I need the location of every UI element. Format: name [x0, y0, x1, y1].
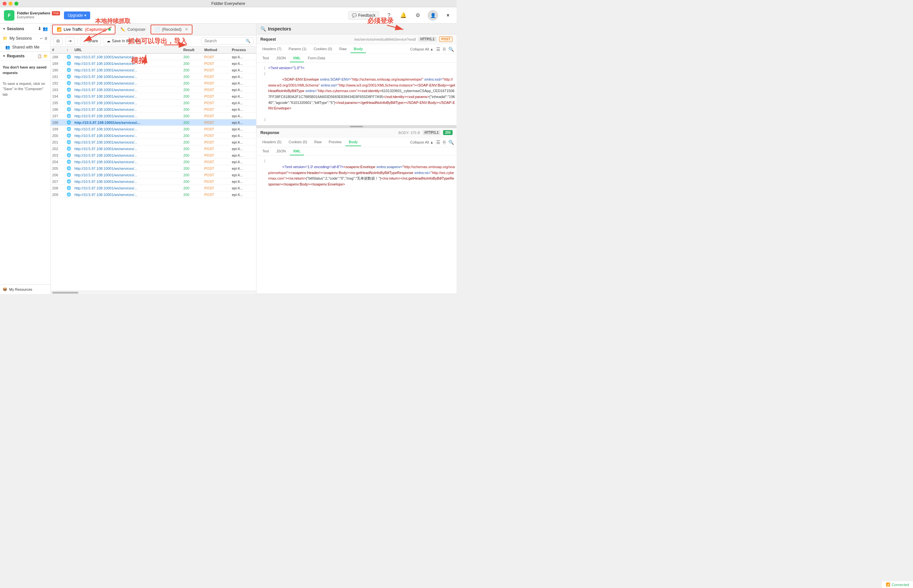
tab-req-json[interactable]: JSON	[273, 54, 289, 62]
request-search-icon[interactable]: 🔍	[448, 47, 454, 52]
tab-request-params[interactable]: Params (1)	[285, 45, 309, 53]
table-row[interactable]: 192 🌐 http://10.5.97.108:10001/ws/servic…	[51, 80, 256, 87]
table-body: 188 🌐 http://10.5.97.108:10001/ws/servic…	[51, 54, 256, 291]
sessions-people-icon[interactable]: 👥	[43, 26, 48, 31]
row-icon: 🌐	[66, 186, 73, 190]
table-row[interactable]: 200 🌐 http://10.5.97.108:10001/ws/servic…	[51, 132, 256, 139]
table-row[interactable]: 199 🌐 http://10.5.97.108:10001/ws/servic…	[51, 126, 256, 132]
row-status: 200	[183, 186, 203, 190]
table-row[interactable]: 191 🌐 http://10.5.97.108:10001/ws/servic…	[51, 73, 256, 80]
tab-req-formdata[interactable]: Form-Data	[305, 54, 329, 62]
table-row[interactable]: 204 🌐 http://10.5.97.108:10001/ws/servic…	[51, 158, 256, 165]
row-url: http://10.5.97.108:10001/ws/services/...	[74, 61, 182, 66]
table-row[interactable]: 207 🌐 http://10.5.97.108:10001/ws/servic…	[51, 178, 256, 185]
requests-actions: 📋 📁	[37, 54, 48, 58]
tab-req-xml[interactable]: XML	[290, 54, 304, 62]
notifications-button[interactable]: 🔔	[399, 11, 408, 20]
response-menu-icon[interactable]: ☰	[436, 140, 440, 145]
row-process: epi:4...	[232, 55, 255, 59]
sidebar-item-my-sessions[interactable]: 📁 My Sessions ↩ 🗑	[0, 34, 50, 43]
tab-resp-json[interactable]: JSON	[273, 147, 289, 155]
tab-response-cookies[interactable]: Cookies (0)	[285, 138, 310, 146]
filter-button[interactable]: ⊟	[53, 37, 63, 45]
request-copy-icon[interactable]: ⎘	[443, 47, 446, 52]
table-row[interactable]: 208 🌐 http://10.5.97.108:10001/ws/servic…	[51, 185, 256, 191]
table-row[interactable]: 202 🌐 http://10.5.97.108:10001/ws/servic…	[51, 145, 256, 152]
tab-request-body[interactable]: Body	[351, 45, 366, 53]
save-cloud-button[interactable]: ☁ Save in the Clou...	[104, 37, 147, 45]
table-row[interactable]: 198 🌐 http://10.5.97.108:10001/ws/servic…	[51, 119, 256, 126]
tab-request-cookies[interactable]: Cookies (0)	[310, 45, 335, 53]
requests-section-header[interactable]: ▼ Requests 📋 📁	[0, 52, 50, 61]
tab-response-body[interactable]: Body	[345, 138, 361, 146]
table-row[interactable]: 190 🌐 http://10.5.97.108:10001/ws/servic…	[51, 67, 256, 73]
recorded-close-icon[interactable]: ✕	[185, 27, 188, 31]
request-collapse-all[interactable]: Collapse All ▲	[410, 47, 434, 51]
help-button[interactable]: ?	[384, 11, 393, 20]
to-button[interactable]: ⇥	[65, 37, 74, 45]
tab-response-raw[interactable]: Raw	[311, 138, 325, 146]
sidebar-item-shared[interactable]: 👥 Shared with Me	[0, 43, 50, 52]
horizontal-scrollbar[interactable]	[51, 291, 256, 294]
tab-response-headers[interactable]: Headers (5)	[259, 138, 285, 146]
row-status: 200	[183, 61, 203, 66]
tab-resp-text[interactable]: Text	[259, 147, 272, 155]
search-input[interactable]	[204, 39, 244, 43]
tab-live-traffic[interactable]: 📶 Live Traffic (Capturing)	[52, 24, 115, 34]
table-row[interactable]: 195 🌐 http://10.5.97.108:10001/ws/servic…	[51, 100, 256, 106]
help-icon: ?	[388, 13, 390, 18]
row-status: 200	[183, 101, 203, 105]
maximize-button[interactable]	[15, 2, 18, 6]
minimize-button[interactable]	[8, 2, 13, 6]
response-section: Response BODY: 375 B HTTP/1.1 200 Header…	[256, 128, 456, 294]
window-title: Fiddler Everywhere	[211, 1, 245, 6]
table-row[interactable]: 188 🌐 http://10.5.97.108:10001/ws/servic…	[51, 54, 256, 60]
table-row[interactable]: 196 🌐 http://10.5.97.108:10001/ws/servic…	[51, 106, 256, 113]
table-row[interactable]: 206 🌐 http://10.5.97.108:10001/ws/servic…	[51, 172, 256, 178]
row-icon: 🌐	[66, 68, 73, 72]
table-row[interactable]: 189 🌐 http://10.5.97.108:10001/ws/servic…	[51, 60, 256, 67]
tab-composer[interactable]: ✏️ Composer	[116, 25, 149, 34]
table-row[interactable]: 197 🌐 http://10.5.97.108:10001/ws/servic…	[51, 113, 256, 119]
sessions-download-icon[interactable]: ⬇	[38, 26, 41, 31]
traffic-table: # ↑ URL Result Method Process 188 🌐 http…	[51, 47, 256, 294]
row-icon: 🌐	[66, 101, 73, 105]
table-row[interactable]: 209 🌐 http://10.5.97.108:10001/ws/servic…	[51, 191, 256, 198]
table-row[interactable]: 194 🌐 http://10.5.97.108:10001/ws/servic…	[51, 93, 256, 100]
upgrade-button[interactable]: Upgrade ▾	[64, 11, 90, 19]
sessions-section-header[interactable]: ▼ Sessions ⬇ 👥	[0, 24, 50, 34]
response-search-icon[interactable]: 🔍	[448, 140, 454, 145]
tab-request-headers[interactable]: Headers (7)	[259, 45, 285, 53]
tab-resp-xml[interactable]: XML	[290, 147, 304, 155]
tab-response-preview[interactable]: Preview	[325, 138, 345, 146]
tab-request-raw[interactable]: Raw	[336, 45, 350, 53]
requests-folder-icon[interactable]: 📁	[43, 54, 48, 58]
requests-add-icon[interactable]: 📋	[37, 54, 42, 58]
dropdown-button[interactable]: ▾	[444, 11, 453, 20]
share-button[interactable]: ↗ Share	[80, 37, 101, 45]
table-row[interactable]: 203 🌐 http://10.5.97.108:10001/ws/servic…	[51, 152, 256, 158]
col-process: Process	[232, 48, 255, 52]
response-collapse-all[interactable]: Collapse All ▲	[410, 140, 434, 144]
tab-recorded[interactable]: 📄 (Recorded) ✕	[151, 24, 193, 34]
my-sessions-delete-icon[interactable]: 🗑	[44, 36, 48, 40]
my-sessions-undo-icon[interactable]: ↩	[40, 36, 43, 40]
divider-handle	[350, 126, 363, 127]
feedback-button[interactable]: 💬 Feedback	[348, 11, 379, 20]
row-status: 200	[183, 173, 203, 177]
my-resources-btn[interactable]: 📦 My Resources	[0, 284, 50, 294]
row-method: POST	[204, 94, 231, 99]
panel-divider[interactable]	[256, 125, 456, 128]
request-menu-icon[interactable]: ☰	[436, 47, 440, 52]
table-row[interactable]: 205 🌐 http://10.5.97.108:10001/ws/servic…	[51, 165, 256, 172]
row-id: 198	[52, 121, 65, 124]
tab-req-text[interactable]: Text	[259, 54, 272, 62]
settings-button[interactable]: ⚙	[413, 11, 423, 20]
scrollbar-thumb[interactable]	[52, 292, 78, 294]
table-row[interactable]: 193 🌐 http://10.5.97.108:10001/ws/servic…	[51, 87, 256, 93]
table-row[interactable]: 201 🌐 http://10.5.97.108:10001/ws/servic…	[51, 139, 256, 145]
avatar-button[interactable]: 👤	[427, 10, 438, 21]
response-copy-icon[interactable]: ⎘	[443, 140, 446, 145]
close-button[interactable]	[3, 2, 6, 6]
save-cloud-label: Save in the Clou...	[112, 39, 144, 43]
